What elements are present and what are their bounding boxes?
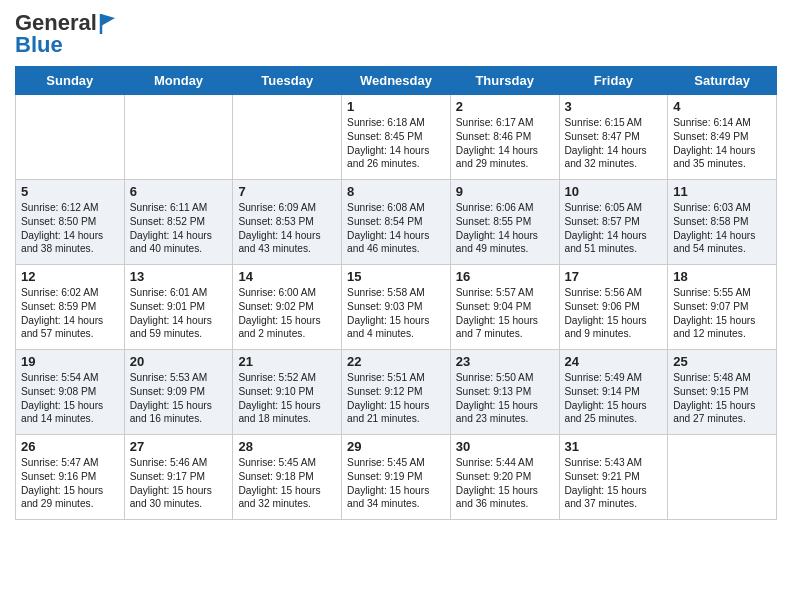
day-number: 2: [456, 99, 554, 114]
calendar-week-row: 5Sunrise: 6:12 AMSunset: 8:50 PMDaylight…: [16, 180, 777, 265]
cell-info: Sunrise: 5:47 AMSunset: 9:16 PMDaylight:…: [21, 456, 119, 511]
cell-info: Sunrise: 5:49 AMSunset: 9:14 PMDaylight:…: [565, 371, 663, 426]
day-number: 19: [21, 354, 119, 369]
day-number: 6: [130, 184, 228, 199]
cell-info: Sunrise: 6:17 AMSunset: 8:46 PMDaylight:…: [456, 116, 554, 171]
cell-info: Sunrise: 6:02 AMSunset: 8:59 PMDaylight:…: [21, 286, 119, 341]
calendar-week-row: 1Sunrise: 6:18 AMSunset: 8:45 PMDaylight…: [16, 95, 777, 180]
day-number: 18: [673, 269, 771, 284]
cell-info: Sunrise: 6:09 AMSunset: 8:53 PMDaylight:…: [238, 201, 336, 256]
day-number: 24: [565, 354, 663, 369]
calendar-cell: 12Sunrise: 6:02 AMSunset: 8:59 PMDayligh…: [16, 265, 125, 350]
day-number: 26: [21, 439, 119, 454]
cell-info: Sunrise: 5:48 AMSunset: 9:15 PMDaylight:…: [673, 371, 771, 426]
calendar-cell: 5Sunrise: 6:12 AMSunset: 8:50 PMDaylight…: [16, 180, 125, 265]
cell-info: Sunrise: 5:50 AMSunset: 9:13 PMDaylight:…: [456, 371, 554, 426]
cell-info: Sunrise: 5:45 AMSunset: 9:19 PMDaylight:…: [347, 456, 445, 511]
page-header: General Blue: [15, 10, 777, 58]
day-number: 15: [347, 269, 445, 284]
calendar-cell: 14Sunrise: 6:00 AMSunset: 9:02 PMDayligh…: [233, 265, 342, 350]
calendar-week-row: 26Sunrise: 5:47 AMSunset: 9:16 PMDayligh…: [16, 435, 777, 520]
calendar-cell: 27Sunrise: 5:46 AMSunset: 9:17 PMDayligh…: [124, 435, 233, 520]
cell-info: Sunrise: 5:46 AMSunset: 9:17 PMDaylight:…: [130, 456, 228, 511]
calendar-cell: 31Sunrise: 5:43 AMSunset: 9:21 PMDayligh…: [559, 435, 668, 520]
cell-info: Sunrise: 6:05 AMSunset: 8:57 PMDaylight:…: [565, 201, 663, 256]
calendar-cell: 16Sunrise: 5:57 AMSunset: 9:04 PMDayligh…: [450, 265, 559, 350]
day-number: 14: [238, 269, 336, 284]
calendar-cell: 26Sunrise: 5:47 AMSunset: 9:16 PMDayligh…: [16, 435, 125, 520]
day-number: 23: [456, 354, 554, 369]
calendar-cell: 9Sunrise: 6:06 AMSunset: 8:55 PMDaylight…: [450, 180, 559, 265]
calendar-cell: [16, 95, 125, 180]
calendar-cell: 20Sunrise: 5:53 AMSunset: 9:09 PMDayligh…: [124, 350, 233, 435]
day-number: 21: [238, 354, 336, 369]
day-number: 13: [130, 269, 228, 284]
calendar-cell: [233, 95, 342, 180]
day-number: 11: [673, 184, 771, 199]
day-number: 5: [21, 184, 119, 199]
day-number: 27: [130, 439, 228, 454]
calendar-body: 1Sunrise: 6:18 AMSunset: 8:45 PMDaylight…: [16, 95, 777, 520]
weekday-header-monday: Monday: [124, 67, 233, 95]
calendar-cell: 10Sunrise: 6:05 AMSunset: 8:57 PMDayligh…: [559, 180, 668, 265]
calendar-week-row: 19Sunrise: 5:54 AMSunset: 9:08 PMDayligh…: [16, 350, 777, 435]
cell-info: Sunrise: 5:58 AMSunset: 9:03 PMDaylight:…: [347, 286, 445, 341]
calendar-cell: [124, 95, 233, 180]
calendar-cell: 11Sunrise: 6:03 AMSunset: 8:58 PMDayligh…: [668, 180, 777, 265]
day-number: 3: [565, 99, 663, 114]
day-number: 25: [673, 354, 771, 369]
day-number: 20: [130, 354, 228, 369]
svg-marker-0: [101, 14, 115, 26]
calendar-cell: 17Sunrise: 5:56 AMSunset: 9:06 PMDayligh…: [559, 265, 668, 350]
cell-info: Sunrise: 6:03 AMSunset: 8:58 PMDaylight:…: [673, 201, 771, 256]
day-number: 4: [673, 99, 771, 114]
day-number: 30: [456, 439, 554, 454]
cell-info: Sunrise: 6:14 AMSunset: 8:49 PMDaylight:…: [673, 116, 771, 171]
calendar-cell: 21Sunrise: 5:52 AMSunset: 9:10 PMDayligh…: [233, 350, 342, 435]
cell-info: Sunrise: 5:57 AMSunset: 9:04 PMDaylight:…: [456, 286, 554, 341]
calendar-cell: 25Sunrise: 5:48 AMSunset: 9:15 PMDayligh…: [668, 350, 777, 435]
weekday-header-wednesday: Wednesday: [342, 67, 451, 95]
day-number: 12: [21, 269, 119, 284]
day-number: 28: [238, 439, 336, 454]
calendar-cell: 29Sunrise: 5:45 AMSunset: 9:19 PMDayligh…: [342, 435, 451, 520]
cell-info: Sunrise: 6:06 AMSunset: 8:55 PMDaylight:…: [456, 201, 554, 256]
day-number: 7: [238, 184, 336, 199]
cell-info: Sunrise: 5:43 AMSunset: 9:21 PMDaylight:…: [565, 456, 663, 511]
cell-info: Sunrise: 6:00 AMSunset: 9:02 PMDaylight:…: [238, 286, 336, 341]
calendar-cell: 3Sunrise: 6:15 AMSunset: 8:47 PMDaylight…: [559, 95, 668, 180]
cell-info: Sunrise: 6:18 AMSunset: 8:45 PMDaylight:…: [347, 116, 445, 171]
cell-info: Sunrise: 6:01 AMSunset: 9:01 PMDaylight:…: [130, 286, 228, 341]
cell-info: Sunrise: 5:53 AMSunset: 9:09 PMDaylight:…: [130, 371, 228, 426]
calendar-cell: 19Sunrise: 5:54 AMSunset: 9:08 PMDayligh…: [16, 350, 125, 435]
day-number: 8: [347, 184, 445, 199]
day-number: 1: [347, 99, 445, 114]
calendar-cell: 24Sunrise: 5:49 AMSunset: 9:14 PMDayligh…: [559, 350, 668, 435]
cell-info: Sunrise: 5:52 AMSunset: 9:10 PMDaylight:…: [238, 371, 336, 426]
cell-info: Sunrise: 5:51 AMSunset: 9:12 PMDaylight:…: [347, 371, 445, 426]
calendar-cell: 15Sunrise: 5:58 AMSunset: 9:03 PMDayligh…: [342, 265, 451, 350]
calendar-cell: 8Sunrise: 6:08 AMSunset: 8:54 PMDaylight…: [342, 180, 451, 265]
weekday-header-sunday: Sunday: [16, 67, 125, 95]
calendar-week-row: 12Sunrise: 6:02 AMSunset: 8:59 PMDayligh…: [16, 265, 777, 350]
calendar-cell: 23Sunrise: 5:50 AMSunset: 9:13 PMDayligh…: [450, 350, 559, 435]
day-number: 29: [347, 439, 445, 454]
calendar-cell: 4Sunrise: 6:14 AMSunset: 8:49 PMDaylight…: [668, 95, 777, 180]
calendar-cell: 22Sunrise: 5:51 AMSunset: 9:12 PMDayligh…: [342, 350, 451, 435]
cell-info: Sunrise: 6:11 AMSunset: 8:52 PMDaylight:…: [130, 201, 228, 256]
calendar-cell: 28Sunrise: 5:45 AMSunset: 9:18 PMDayligh…: [233, 435, 342, 520]
calendar-cell: 7Sunrise: 6:09 AMSunset: 8:53 PMDaylight…: [233, 180, 342, 265]
calendar-cell: 18Sunrise: 5:55 AMSunset: 9:07 PMDayligh…: [668, 265, 777, 350]
cell-info: Sunrise: 6:15 AMSunset: 8:47 PMDaylight:…: [565, 116, 663, 171]
logo-flag-icon: [99, 12, 117, 34]
calendar-table: SundayMondayTuesdayWednesdayThursdayFrid…: [15, 66, 777, 520]
cell-info: Sunrise: 5:45 AMSunset: 9:18 PMDaylight:…: [238, 456, 336, 511]
day-number: 22: [347, 354, 445, 369]
calendar-cell: 13Sunrise: 6:01 AMSunset: 9:01 PMDayligh…: [124, 265, 233, 350]
cell-info: Sunrise: 6:12 AMSunset: 8:50 PMDaylight:…: [21, 201, 119, 256]
cell-info: Sunrise: 5:55 AMSunset: 9:07 PMDaylight:…: [673, 286, 771, 341]
calendar-cell: 2Sunrise: 6:17 AMSunset: 8:46 PMDaylight…: [450, 95, 559, 180]
calendar-cell: 30Sunrise: 5:44 AMSunset: 9:20 PMDayligh…: [450, 435, 559, 520]
cell-info: Sunrise: 5:44 AMSunset: 9:20 PMDaylight:…: [456, 456, 554, 511]
day-number: 17: [565, 269, 663, 284]
